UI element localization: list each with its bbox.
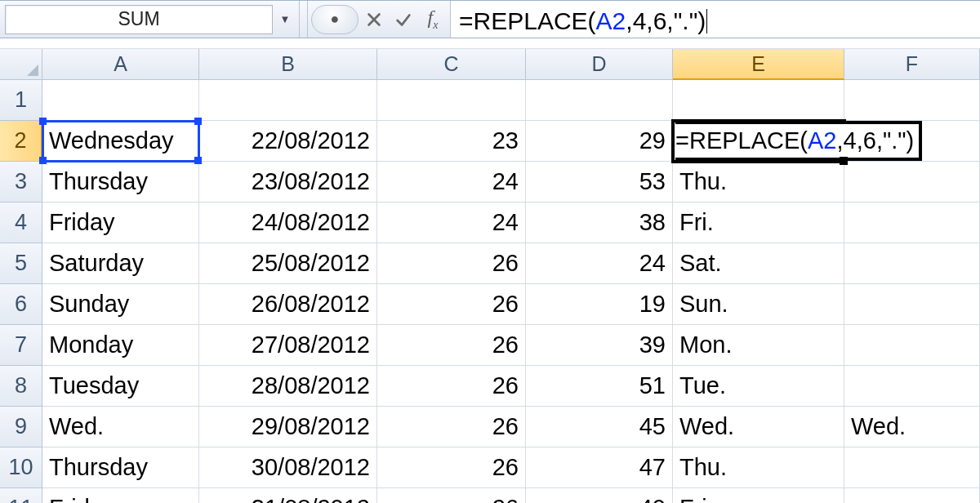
column-header-E[interactable]: E <box>673 49 844 80</box>
cell-F5[interactable] <box>844 243 980 284</box>
cancel-formula-icon[interactable] <box>360 6 388 33</box>
formula-token: , <box>646 7 653 35</box>
cell-A7[interactable]: Monday <box>42 325 199 366</box>
cell-C4[interactable]: 24 <box>377 203 526 243</box>
cell-B5[interactable]: 25/08/2012 <box>199 243 377 284</box>
cell-E11[interactable]: Fri. <box>673 488 844 503</box>
select-all-corner[interactable] <box>0 49 42 80</box>
cell-B6[interactable]: 26/08/2012 <box>199 284 377 325</box>
formula-token: A2 <box>596 7 626 35</box>
cell-A6[interactable]: Sunday <box>42 284 199 325</box>
row-header-3[interactable]: 3 <box>0 162 42 203</box>
cell-E9[interactable]: Wed. <box>673 407 844 447</box>
row-header-10[interactable]: 10 <box>0 447 42 488</box>
cell-F8[interactable] <box>844 366 980 407</box>
cell-C7[interactable]: 26 <box>377 325 526 366</box>
cell-F10[interactable] <box>844 447 980 488</box>
cell-F7[interactable] <box>844 325 980 366</box>
row-header-8[interactable]: 8 <box>0 366 42 407</box>
name-box[interactable]: SUM <box>5 5 273 34</box>
formula-token: =REPLACE( <box>459 7 596 35</box>
cell-B2[interactable]: 22/08/2012 <box>199 121 377 162</box>
cell-editor[interactable]: =REPLACE(A2,4,6,".") <box>675 121 922 161</box>
cell-D9[interactable]: 45 <box>526 407 673 447</box>
cell-D6[interactable]: 19 <box>526 284 673 325</box>
column-header-F[interactable]: F <box>844 49 980 80</box>
formula-token: "." <box>674 7 698 35</box>
cell-D3[interactable]: 53 <box>526 162 673 203</box>
enter-formula-icon[interactable] <box>390 6 417 33</box>
cell-E4[interactable]: Fri. <box>673 203 844 243</box>
row-header-4[interactable]: 4 <box>0 203 42 243</box>
cell-E10[interactable]: Thu. <box>673 447 844 488</box>
cell-F4[interactable] <box>844 203 980 243</box>
cell-A8[interactable]: Tuesday <box>42 366 199 407</box>
cell-F1[interactable] <box>844 80 980 121</box>
cell-C8[interactable]: 26 <box>377 366 526 407</box>
cell-A1[interactable] <box>42 80 199 121</box>
formula-bar-separator <box>300 1 308 38</box>
cell-B3[interactable]: 23/08/2012 <box>199 162 377 203</box>
cell-B4[interactable]: 24/08/2012 <box>199 203 377 243</box>
cell-C9[interactable]: 26 <box>377 407 526 447</box>
cell-A9[interactable]: Wed. <box>42 407 199 447</box>
cell-E3[interactable]: Thu. <box>673 162 844 203</box>
cell-D4[interactable]: 38 <box>526 203 673 243</box>
cell-B11[interactable]: 31/08/2012 <box>199 488 377 503</box>
cell-C11[interactable]: 26 <box>377 488 526 503</box>
insert-function-icon[interactable]: fx <box>419 6 447 33</box>
cell-C6[interactable]: 26 <box>377 284 526 325</box>
cell-A5[interactable]: Saturday <box>42 243 199 284</box>
cell-F11[interactable] <box>844 488 980 503</box>
cell-B10[interactable]: 30/08/2012 <box>199 447 377 488</box>
cell-C3[interactable]: 24 <box>377 162 526 203</box>
formula-bar-handle: ● <box>311 5 359 34</box>
cell-E7[interactable]: Mon. <box>673 325 844 366</box>
formula-bar-buttons: ● fx <box>308 1 451 38</box>
row-header-2[interactable]: 2 <box>0 121 42 162</box>
cell-A4[interactable]: Friday <box>42 203 199 243</box>
cell-C5[interactable]: 26 <box>377 243 526 284</box>
cell-E8[interactable]: Tue. <box>673 366 844 407</box>
cell-F3[interactable] <box>844 162 980 203</box>
cell-D11[interactable]: 40 <box>526 488 673 503</box>
name-box-wrap: SUM ▼ <box>0 1 300 38</box>
formula-input[interactable]: =REPLACE(A2,4,6,".") <box>451 1 980 38</box>
row-header-1[interactable]: 1 <box>0 80 42 121</box>
cell-E6[interactable]: Sun. <box>673 284 844 325</box>
cell-E5[interactable]: Sat. <box>673 243 844 284</box>
cell-E1[interactable] <box>673 80 844 121</box>
cell-F9[interactable]: Wed. <box>844 407 980 447</box>
cell-B7[interactable]: 27/08/2012 <box>199 325 377 366</box>
cell-B8[interactable]: 28/08/2012 <box>199 366 377 407</box>
cell-D8[interactable]: 51 <box>526 366 673 407</box>
formula-bar: SUM ▼ ● fx =REPLACE(A2,4,6,".") <box>0 0 980 38</box>
row-header-7[interactable]: 7 <box>0 325 42 366</box>
row-header-6[interactable]: 6 <box>0 284 42 325</box>
cell-A10[interactable]: Thursday <box>42 447 199 488</box>
column-header-A[interactable]: A <box>42 49 199 80</box>
cell-D2[interactable]: 29 <box>526 121 673 162</box>
cell-E2[interactable]: =REPLACE(A2,4,6,".") <box>673 121 844 162</box>
cell-D7[interactable]: 39 <box>526 325 673 366</box>
cell-A11[interactable]: Friday <box>42 488 199 503</box>
column-header-C[interactable]: C <box>377 49 526 80</box>
column-header-B[interactable]: B <box>199 49 377 80</box>
cell-D10[interactable]: 47 <box>526 447 673 488</box>
row-header-5[interactable]: 5 <box>0 243 42 284</box>
fill-handle[interactable] <box>840 157 848 165</box>
cell-B1[interactable] <box>199 80 377 121</box>
column-header-D[interactable]: D <box>526 49 673 80</box>
row-header-11[interactable]: 11 <box>0 488 42 503</box>
cell-D1[interactable] <box>526 80 673 121</box>
cell-F6[interactable] <box>844 284 980 325</box>
row-header-9[interactable]: 9 <box>0 407 42 447</box>
cell-B9[interactable]: 29/08/2012 <box>199 407 377 447</box>
cell-A2[interactable]: Wednesday <box>42 121 199 162</box>
cell-C10[interactable]: 26 <box>377 447 526 488</box>
cell-D5[interactable]: 24 <box>526 243 673 284</box>
name-box-dropdown-icon[interactable]: ▼ <box>276 13 294 25</box>
cell-A3[interactable]: Thursday <box>42 162 199 203</box>
cell-C2[interactable]: 23 <box>377 121 526 162</box>
cell-C1[interactable] <box>377 80 526 121</box>
